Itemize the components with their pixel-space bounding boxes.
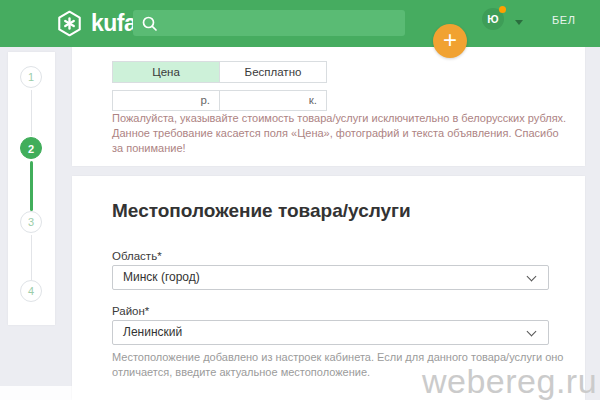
chevron-down-icon[interactable] xyxy=(515,20,523,25)
watermark-text: webereg.ru xyxy=(422,362,597,400)
price-type-tabs: Цена Бесплатно xyxy=(112,61,327,83)
tab-free[interactable]: Бесплатно xyxy=(219,61,327,83)
price-inputs: р. к. xyxy=(112,90,327,111)
step-2-active[interactable]: 2 xyxy=(20,137,42,159)
page-bottom-strip xyxy=(0,386,72,400)
district-select[interactable]: Ленинский xyxy=(112,320,549,345)
chevron-down-icon xyxy=(527,327,537,337)
step-connector-2 xyxy=(30,161,33,211)
kufar-listing-form-page: kufar Ю БЕЛ + 1 2 3 4 Цена Бесплатно xyxy=(0,0,600,400)
district-label: Район* xyxy=(112,305,149,317)
search-input[interactable] xyxy=(133,10,405,36)
tab-price[interactable]: Цена xyxy=(112,61,220,83)
price-rubles-input[interactable]: р. xyxy=(112,90,220,111)
location-section-title: Местоположение товара/услуги xyxy=(112,200,411,222)
currency-notice-text: Пожалуйста, указывайте стоимость товара/… xyxy=(112,111,570,156)
form-step-sidebar: 1 2 3 4 xyxy=(8,52,55,325)
price-kopecks-input[interactable]: к. xyxy=(219,90,327,111)
notification-dot xyxy=(499,6,506,13)
chevron-down-icon xyxy=(527,272,537,282)
district-select-value: Ленинский xyxy=(123,325,182,339)
search-icon xyxy=(141,15,158,32)
price-section-card: Цена Бесплатно р. к. Пожалуйста, указыва… xyxy=(72,47,585,166)
language-switcher[interactable]: БЕЛ xyxy=(552,14,576,26)
step-connector-3 xyxy=(31,235,32,280)
kufar-logo[interactable]: kufar xyxy=(55,8,145,38)
region-label: Область* xyxy=(112,250,162,262)
step-connector-1 xyxy=(31,90,32,136)
step-4[interactable]: 4 xyxy=(20,280,42,302)
top-nav-bar: kufar Ю БЕЛ xyxy=(0,0,600,47)
region-select[interactable]: Минск (город) xyxy=(112,265,549,290)
region-select-value: Минск (город) xyxy=(123,270,200,284)
step-3[interactable]: 3 xyxy=(20,211,42,233)
step-1[interactable]: 1 xyxy=(20,66,42,88)
add-listing-button[interactable]: + xyxy=(433,24,467,58)
kufar-hexagon-icon xyxy=(55,9,84,38)
